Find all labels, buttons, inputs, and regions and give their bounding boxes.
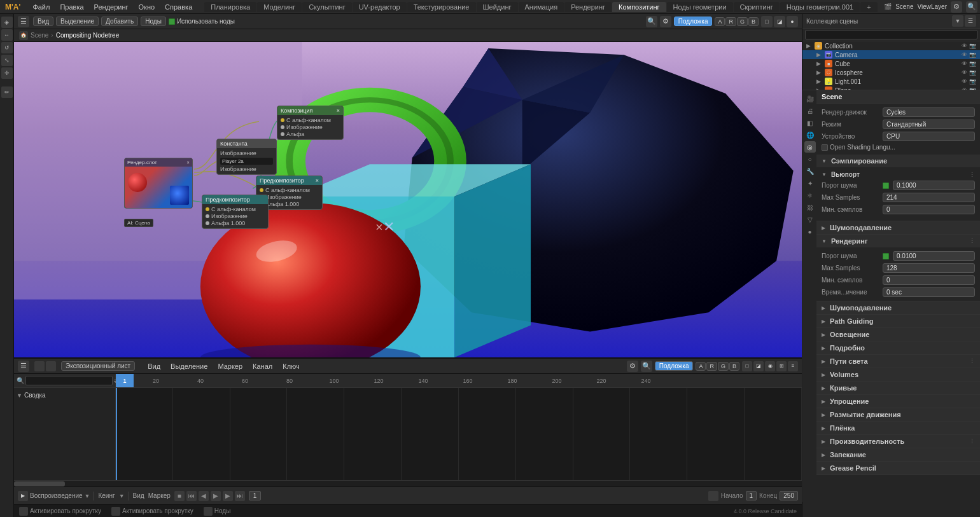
tl-ch-b[interactable]: B (729, 362, 739, 371)
timeline-view-1[interactable]: □ (742, 361, 752, 371)
light-paths-menu[interactable]: ⋮ (969, 358, 975, 364)
outliner-item-camera[interactable]: ▶ 📷 Camera 👁 📷 (802, 50, 980, 59)
noise-threshold-checkbox[interactable] (883, 183, 889, 189)
display-btn-3[interactable]: ● (787, 16, 798, 27)
props-icon-data[interactable]: ▽ (804, 214, 816, 225)
tab-uv[interactable]: UV-редактор (353, 2, 407, 12)
left-icon-move[interactable]: ↔ (1, 29, 13, 41)
simplify-header[interactable]: ▶ Упрощение (816, 395, 980, 408)
denoising2-header[interactable]: ▶ Шумоподавление (816, 301, 980, 314)
timeline-tracks[interactable] (116, 388, 802, 480)
tl-ch-a[interactable]: A (696, 362, 706, 371)
denoising-header[interactable]: ▶ Шумоподавление (816, 221, 980, 234)
settings-icon-2[interactable]: ⚙ (660, 16, 671, 27)
tab-sculpting[interactable]: Скульптинг (302, 2, 352, 12)
left-icon-rotate[interactable]: ↺ (1, 42, 13, 53)
performance-header[interactable]: ▶ Производительность ⋮ (816, 435, 980, 448)
tab-scripting[interactable]: Скриптинг (734, 2, 780, 12)
timeline-scrollbar[interactable] (14, 480, 802, 486)
osl-checkbox[interactable] (822, 144, 828, 151)
render-max-value[interactable]: 128 (883, 263, 975, 273)
timeline-view-2[interactable]: ◪ (753, 361, 764, 371)
outliner-item-cube[interactable]: ▶ ■ Cube 👁 📷 (802, 59, 980, 68)
tl-ch-r[interactable]: R (706, 362, 717, 371)
breadcrumb-nodetree[interactable]: Compositing Nodetree (56, 32, 120, 39)
props-icon-modifier[interactable]: 🔧 (804, 165, 816, 177)
props-icon-physics[interactable]: ⚛ (804, 190, 816, 201)
left-icon-annotate[interactable]: ✏ (1, 86, 13, 98)
tab-rendering[interactable]: Рендеринг (564, 2, 612, 12)
tab-compositing[interactable]: Композитинг (612, 2, 666, 12)
use-nodes-toggle[interactable]: Использовать ноды (169, 18, 235, 25)
props-icon-scene[interactable]: 🌐 (804, 129, 816, 141)
prev-keyframe-btn[interactable]: ⏮ (186, 491, 197, 501)
timeline-view-4[interactable]: ⊞ (776, 361, 787, 371)
props-icon-particles[interactable]: ✦ (804, 177, 816, 189)
timeline-channel-menu[interactable]: Канал (250, 361, 275, 371)
time-limit-value[interactable]: 0 sec (883, 287, 975, 297)
detail-header[interactable]: ▶ Подробно (816, 341, 980, 354)
zoom-icon[interactable]: 🔍 (646, 16, 657, 27)
settings-icon[interactable]: ⚙ (951, 1, 962, 13)
keying-label[interactable]: Кеинг (98, 492, 115, 499)
performance-menu[interactable]: ⋮ (969, 438, 975, 445)
ico-render-btn[interactable]: 📷 (969, 69, 976, 76)
left-icon-transform[interactable]: ✛ (1, 67, 13, 79)
menu-edit[interactable]: Правка (55, 2, 88, 12)
outliner-item-icosphere[interactable]: ▶ ⬡ Icosphere 👁 📷 (802, 68, 980, 77)
step-fwd-btn[interactable]: ▶ (223, 491, 233, 501)
device-value[interactable]: CPU (883, 132, 975, 141)
search-icon[interactable]: 🔍 (966, 1, 977, 13)
viewport-sub-header[interactable]: ▼ Вьюпорт ⋮ (822, 170, 975, 179)
collection-render-btn[interactable]: 📷 (969, 43, 976, 49)
timeline-mode-2[interactable] (46, 361, 56, 371)
tab-animation[interactable]: Анимация (519, 2, 564, 12)
baking-header[interactable]: ▶ Запекание (816, 448, 980, 461)
channel-g-btn[interactable]: G (737, 17, 748, 26)
timeline-scroll-thumb[interactable] (14, 481, 65, 486)
light-paths-header[interactable]: ▶ Пути света ⋮ (816, 355, 980, 368)
props-icon-world[interactable]: ◎ (804, 141, 816, 153)
timeline-select-menu[interactable]: Выделение (168, 361, 210, 371)
menu-render[interactable]: Рендеринг (90, 2, 133, 12)
volumes-header[interactable]: ▶ Volumes (816, 368, 980, 381)
display-btn-2[interactable]: ◪ (774, 16, 785, 27)
timeline-view-menu[interactable]: Вид (145, 361, 163, 371)
left-icon-selector[interactable]: ◈ (1, 17, 13, 28)
render-noise-value[interactable]: 0.0100 (893, 251, 975, 261)
render-noise-checkbox[interactable] (883, 253, 889, 259)
outliner-item-plane[interactable]: ▶ ▬ Plane 👁 📷 (802, 86, 980, 90)
add-btn[interactable]: Добавить (101, 17, 138, 26)
outliner-item-collection[interactable]: ▶ ◈ Collection 👁 📷 (802, 41, 980, 50)
breadcrumb-scene[interactable]: Scene (31, 32, 48, 39)
mode-value[interactable]: Стандартный (883, 120, 975, 129)
timeline-mode-1[interactable] (34, 361, 45, 371)
channel-r-btn[interactable]: R (725, 17, 736, 26)
timeline-marker-menu[interactable]: Маркер (215, 361, 245, 371)
ico-eye-btn[interactable]: 👁 (962, 69, 967, 76)
nodes-btn[interactable]: Ноды (141, 17, 166, 26)
breadcrumb-home-icon[interactable]: 🏠 (19, 31, 28, 40)
motion-blur-header[interactable]: ▶ Размытие движения (816, 408, 980, 421)
keying-dropdown[interactable]: ▼ (119, 493, 125, 499)
outliner-search-input[interactable] (805, 30, 977, 39)
outliner-item-light[interactable]: ▶ 💡 Light.001 👁 📷 (802, 77, 980, 86)
tl-ch-g[interactable]: G (718, 362, 729, 371)
footer-marker-label[interactable]: Маркер (148, 492, 171, 499)
lighting-header[interactable]: ▶ Освещение (816, 328, 980, 341)
summary-channel[interactable]: ▼ Сводка (17, 390, 113, 400)
path-guiding-header[interactable]: ▶ Path Guiding (816, 315, 980, 327)
compositor-menu-icon[interactable]: ☰ (18, 16, 29, 27)
sampling-header[interactable]: ▼ Сэмплирование (816, 155, 980, 167)
timeline-bg-btn[interactable]: Подложка (655, 361, 694, 371)
current-frame-indicator[interactable]: 1 (116, 374, 134, 387)
view-btn[interactable]: Вид (33, 17, 53, 26)
props-icon-constraints[interactable]: ⛓ (804, 202, 816, 213)
rendering-sub-menu[interactable]: ⋮ (969, 238, 975, 244)
tab-texturing[interactable]: Текстурирование (407, 2, 476, 12)
cube-render-btn[interactable]: 📷 (969, 60, 976, 67)
tab-geometry-nodes-2[interactable]: Ноды геометрии.001 (780, 2, 860, 12)
start-frame-display[interactable]: 1 (746, 491, 757, 500)
menu-window[interactable]: Окно (134, 2, 160, 12)
render-engine-value[interactable]: Cycles (883, 107, 975, 117)
